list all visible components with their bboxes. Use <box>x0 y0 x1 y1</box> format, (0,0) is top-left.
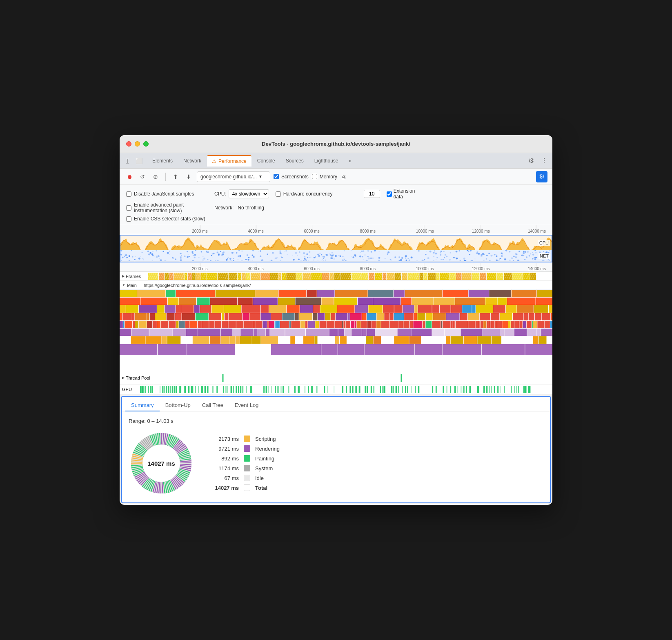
painting-color <box>244 455 250 462</box>
tab-more[interactable]: » <box>344 155 357 167</box>
maximize-button[interactable] <box>143 141 149 147</box>
record-button[interactable]: ⏺ <box>125 172 134 182</box>
tab-elements[interactable]: Elements <box>147 155 178 167</box>
legend-painting: 892 ms Painting <box>210 455 280 462</box>
tab-lighthouse[interactable]: Lighthouse <box>309 155 343 167</box>
tab-summary[interactable]: Summary <box>125 400 160 411</box>
bottom-panel: Summary Bottom-Up Call Tree Event Log Ra… <box>121 396 551 503</box>
tab-bar-right: ⚙ ⋮ <box>526 156 549 166</box>
tab-network[interactable]: Network <box>178 155 206 167</box>
scripting-label: Scripting <box>255 436 276 442</box>
rendering-value: 9721 ms <box>210 446 239 452</box>
frames-label: ▶ Frames <box>120 274 148 279</box>
tab-call-tree[interactable]: Call Tree <box>196 400 229 411</box>
range-text: Range: 0 – 14.03 s <box>129 418 543 424</box>
memory-check[interactable]: Memory <box>312 174 337 180</box>
tab-event-log[interactable]: Event Log <box>229 400 265 411</box>
rendering-color <box>244 445 250 452</box>
thread-pool-triangle: ▶ <box>122 376 125 380</box>
summary-content: 14027 ms 2173 ms Scripting 9721 ms Rende… <box>129 431 543 496</box>
timeline-ruler-bottom <box>120 263 552 272</box>
net-label: NET <box>538 253 550 259</box>
frames-triangle: ▶ <box>122 274 125 278</box>
traffic-lights <box>126 141 149 147</box>
frames-row: ▶ Frames <box>120 272 552 281</box>
toolbar-right: ⚙ <box>536 171 547 182</box>
minimize-button[interactable] <box>135 141 140 147</box>
hw-concurrency-check[interactable]: Hardware concurrency <box>276 191 357 197</box>
download-button[interactable]: ⬇ <box>184 172 194 182</box>
ext-data-check[interactable]: Extensiondata <box>387 188 415 200</box>
close-button[interactable] <box>126 141 131 147</box>
legend-rendering: 9721 ms Rendering <box>210 445 280 452</box>
toolbar: ⏺ ↺ ⊘ ⬆ ⬇ googlechrome.github.io/... ▼ S… <box>120 169 552 185</box>
cpu-row: CPU <box>120 236 552 250</box>
cpu-label: CPU <box>538 240 550 246</box>
legend-system: 1174 ms System <box>210 465 280 471</box>
settings-row-2: Enable advanced paintinstrumentation (sl… <box>126 202 546 213</box>
system-color <box>244 465 250 471</box>
url-dropdown-icon[interactable]: ▼ <box>258 174 263 179</box>
donut-chart: 14027 ms <box>129 431 194 496</box>
device-icon[interactable]: ⬜ <box>134 156 143 165</box>
summary-legend: 2173 ms Scripting 9721 ms Rendering 892 … <box>210 436 280 491</box>
thread-pool-label: Thread Pool <box>126 376 150 380</box>
devtools-window: DevTools - googlechrome.github.io/devtoo… <box>120 135 552 505</box>
tab-bottom-up[interactable]: Bottom-Up <box>160 400 196 411</box>
painting-label: Painting <box>255 456 274 462</box>
hw-concurrency-input[interactable] <box>364 190 380 198</box>
upload-button[interactable]: ⬆ <box>171 172 180 182</box>
idle-value: 67 ms <box>210 475 239 481</box>
idle-label: Idle <box>255 475 264 481</box>
settings-row-3: Enable CSS selector stats (slow) <box>126 216 546 222</box>
reload-button[interactable]: ↺ <box>138 172 147 182</box>
clear-button[interactable]: ⊘ <box>151 172 160 182</box>
more-icon[interactable]: ⋮ <box>539 156 549 166</box>
window-title: DevTools - googlechrome.github.io/devtoo… <box>262 141 410 147</box>
net-row: NET <box>120 250 552 262</box>
cpu-select[interactable]: 4x slowdown No throttling 2x slowdown 6x… <box>229 189 269 198</box>
total-value: 14027 ms <box>210 485 239 491</box>
memory-icon: 🖨 <box>340 173 346 180</box>
screenshots-check[interactable]: Screenshots <box>274 174 309 180</box>
cpu-group: CPU: 4x slowdown No throttling 2x slowdo… <box>214 189 269 198</box>
legend-idle: 67 ms Idle <box>210 475 280 481</box>
bottom-tabs: Summary Bottom-Up Call Tree Event Log <box>122 397 550 411</box>
url-display[interactable]: googlechrome.github.io/... ▼ <box>197 171 270 182</box>
legend-total: 14027 ms Total <box>210 484 280 491</box>
total-color <box>244 484 250 491</box>
donut-svg <box>129 431 194 496</box>
network-group: Network: No throttling <box>214 205 264 211</box>
settings-panel: Disable JavaScript samples CPU: 4x slowd… <box>120 185 552 225</box>
tab-bar: ⌶ ⬜ Elements Network ⚠ Performance Conso… <box>120 153 552 169</box>
enable-css-check[interactable]: Enable CSS selector stats (slow) <box>126 216 208 222</box>
enable-paint-check[interactable]: Enable advanced paintinstrumentation (sl… <box>126 202 208 213</box>
settings-blue-button[interactable]: ⚙ <box>536 171 547 182</box>
painting-value: 892 ms <box>210 456 239 462</box>
flame-chart-area[interactable] <box>120 290 552 371</box>
devtools-icons: ⌶ ⬜ <box>123 156 143 165</box>
scripting-value: 2173 ms <box>210 436 239 442</box>
bottom-content: Range: 0 – 14.03 s 14027 ms <box>122 411 550 502</box>
settings-row-1: Disable JavaScript samples CPU: 4x slowd… <box>126 188 546 200</box>
system-label: System <box>255 465 273 471</box>
legend-scripting: 2173 ms Scripting <box>210 436 280 442</box>
rendering-label: Rendering <box>255 446 280 452</box>
main-thread-triangle: ▼ <box>122 283 125 287</box>
cpu-section: CPU NET <box>120 235 552 262</box>
main-content: CPU NET ▶ Frames ▼ Main — https://google… <box>120 225 552 394</box>
gpu-label: GPU <box>122 387 132 392</box>
tab-performance[interactable]: ⚠ Performance <box>207 155 251 167</box>
gpu-row: GPU <box>120 384 552 394</box>
idle-color <box>244 475 250 481</box>
system-value: 1174 ms <box>210 465 239 471</box>
title-bar: DevTools - googlechrome.github.io/devtoo… <box>120 135 552 153</box>
timeline-ruler-top <box>120 225 552 234</box>
tab-sources[interactable]: Sources <box>281 155 309 167</box>
thread-pool-row: ▶ Thread Pool <box>120 371 552 384</box>
main-thread-header: ▼ Main — https://googlechrome.github.io/… <box>120 281 552 290</box>
settings-icon[interactable]: ⚙ <box>526 156 536 166</box>
cursor-icon[interactable]: ⌶ <box>123 156 132 165</box>
tab-console[interactable]: Console <box>252 155 280 167</box>
disable-js-samples-check[interactable]: Disable JavaScript samples <box>126 191 208 197</box>
